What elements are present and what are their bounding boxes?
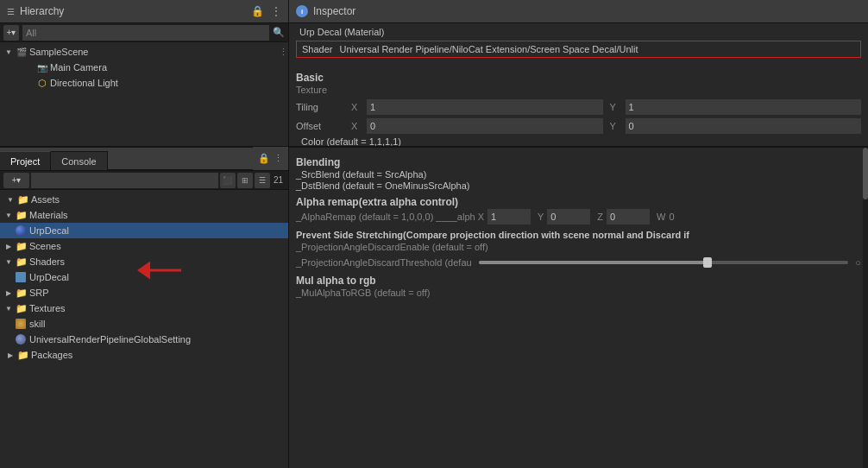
main-camera-label: Main Camera [50,62,107,73]
urpdecal-shader-label: UrpDecal [29,272,69,282]
project-item-materials[interactable]: 📁 Materials [0,207,288,223]
icon-one[interactable]: ⬛ [220,173,236,188]
tiling-y-value[interactable]: 1 [626,99,862,115]
shader-cube-icon [16,272,26,282]
tiling-y-axis: Y [610,102,622,112]
hierarchy-item-samplescene[interactable]: 🎬 SampleScene ⋮ [0,44,288,60]
scrollbar-thumb[interactable] [863,148,868,199]
urp-global-label: UniversalRenderPipelineGlobalSetting [29,334,191,345]
shaders-folder-icon: 📁 [16,256,28,268]
urpdecal-material-label: UrpDecal [29,225,69,236]
project-item-packages[interactable]: 📁 Packages [0,347,288,363]
skill-texture-icon [16,319,26,329]
triangle-icon [3,47,14,57]
project-search-input[interactable] [31,173,218,188]
inspector-panel: i Inspector Urp Decal (Material) Shader … [289,0,868,146]
inspector-scroll[interactable]: Basic Texture Tiling X 1 Y 1 Offset X 0 … [289,63,868,146]
inspector-title: Inspector [313,5,355,17]
hierarchy-icon: ☰ [7,7,15,16]
tiling-row: Tiling X 1 Y 1 [296,98,861,116]
alpha-y-input[interactable] [547,209,590,225]
tab-project[interactable]: Project [0,151,51,170]
project-item-srp[interactable]: 📁 SRP [0,285,288,300]
materials-triangle [3,210,14,220]
offset-label: Offset [296,121,348,131]
project-content[interactable]: 📁 Assets 📁 Materials UrpDecal 📁 Scenes [0,190,288,468]
shader-label: Shader [302,44,332,54]
srp-label: SRP [29,288,49,298]
shader-row: Shader Universal Render Pipeline/NiloCat… [296,41,861,58]
tiling-x-value[interactable]: 1 [367,99,603,115]
project-add-button[interactable]: +▾ [3,173,29,188]
offset-y-axis: Y [610,121,622,131]
hierarchy-add-button[interactable]: +▾ [3,25,19,41]
srp-triangle [3,288,14,298]
tiling-x-axis: X [351,102,363,112]
inspector-scrollbar[interactable] [863,148,868,468]
assets-label: Assets [31,194,60,205]
search-icon[interactable]: 🔍 [273,27,285,38]
project-panel: Project Console 🔒 ⋮ +▾ ⬛ ⊞ ☰ 21 📁 As [0,148,289,468]
projection-slider-track[interactable] [479,261,849,264]
hierarchy-item-main-camera[interactable]: 📷 Main Camera [0,60,288,75]
directional-light-label: Directional Light [50,78,118,88]
scenes-folder-icon: 📁 [16,241,28,252]
srp-folder-icon: 📁 [16,288,28,299]
assets-triangle [5,194,16,205]
project-tabs: Project Console 🔒 ⋮ [0,148,288,171]
hierarchy-title: Hierarchy [20,5,246,17]
hierarchy-panel: ☰ Hierarchy 🔒 ⋮ +▾ 🔍 🎬 SampleScene ⋮ 📷 M… [0,0,289,146]
alpha-y-label: Y [538,212,544,222]
tab-console[interactable]: Console [51,151,107,170]
scene-label: SampleScene [29,47,89,57]
project-item-shaders[interactable]: 📁 Shaders [0,254,288,269]
project-more-icon[interactable]: ⋮ [274,153,283,164]
tiling-label: Tiling [296,102,348,112]
dst-blend-text: _DstBlend (default = OneMinusSrcAlpha) [296,180,861,191]
inspector-bottom: Blending _SrcBlend (default = SrcAlpha) … [289,148,868,468]
inspector-icon: i [296,5,308,17]
src-blend-text: _SrcBlend (default = SrcAlpha) [296,169,861,180]
projection-threshold-label: _ProjectionAngleDiscardThreshold (defau [296,257,472,268]
inspector-bottom-scroll[interactable]: Blending _SrcBlend (default = SrcAlpha) … [289,148,868,468]
scene-icon: 🎬 [16,46,28,58]
prevent-section-title: Prevent Side Stretching(Compare projecti… [296,230,861,240]
textures-label: Textures [29,303,66,313]
scene-more-icon[interactable]: ⋮ [279,47,288,58]
lock-icon[interactable]: 🔒 [251,5,264,17]
offset-y-value[interactable]: 0 [626,118,862,134]
basic-section-title: Basic [296,72,861,84]
project-lock-icon[interactable]: 🔒 [258,153,270,164]
urp-settings-icon [16,334,26,345]
project-item-urp-global-settings[interactable]: UniversalRenderPipelineGlobalSetting [0,332,288,347]
camera-icon: 📷 [36,61,48,73]
color-text: _Color (default = 1,1,1,1) [296,136,861,146]
project-item-scenes[interactable]: 📁 Scenes [0,238,288,254]
icon-three[interactable]: ☰ [255,173,270,188]
project-item-skill-texture[interactable]: skill [0,316,288,332]
inspector-header: i Inspector [289,0,868,23]
project-item-urpdecal-shader[interactable]: UrpDecal [0,269,288,285]
shaders-label: Shaders [29,256,65,267]
packages-label: Packages [31,350,72,360]
project-item-assets[interactable]: 📁 Assets [0,192,288,207]
packages-triangle [5,350,16,360]
projection-enable-text: _ProjectionAngleDiscardEnable (default =… [296,242,861,252]
materials-folder-icon: 📁 [16,210,28,221]
shader-value[interactable]: Universal Render Pipeline/NiloCat Extens… [339,44,855,54]
icon-two[interactable]: ⊞ [237,173,253,188]
projection-threshold-row: _ProjectionAngleDiscardThreshold (defau … [296,254,861,271]
project-item-textures[interactable]: 📁 Textures [0,300,288,316]
project-item-urpdecal-material[interactable]: UrpDecal [0,223,288,238]
hierarchy-search-input[interactable] [22,25,269,41]
project-toolbar: +▾ ⬛ ⊞ ☰ 21 [0,171,288,190]
light-icon: ⬡ [36,77,48,89]
mul-section-title: Mul alpha to rgb [296,275,861,287]
more-icon[interactable]: ⋮ [271,5,281,17]
offset-x-value[interactable]: 0 [367,118,603,134]
alpha-remap-label: _AlphaRemap (default = 1,0,0,0) ____alph… [296,212,484,222]
alpha-z-input[interactable] [607,209,650,225]
slider-thumb[interactable] [703,257,712,268]
hierarchy-item-directional-light[interactable]: ⬡ Directional Light [0,75,288,91]
alpha-x-input[interactable] [487,209,531,225]
